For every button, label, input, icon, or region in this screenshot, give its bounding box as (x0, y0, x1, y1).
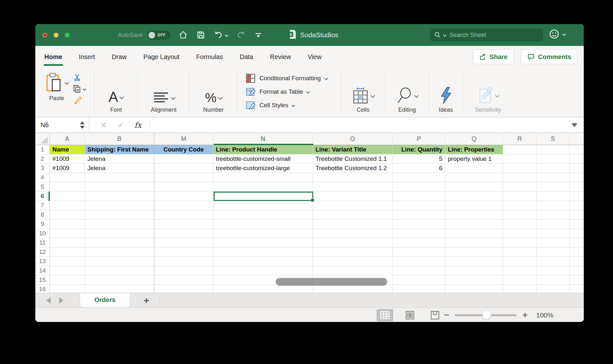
cell-N8[interactable] (213, 210, 313, 220)
cell-A14[interactable] (50, 266, 85, 275)
cell-B2[interactable]: Jelena (85, 154, 154, 164)
cell-N16[interactable] (213, 285, 313, 293)
page-break-preview-button[interactable] (427, 309, 443, 321)
cell-A3[interactable]: #1009 (50, 164, 85, 173)
cell-A5[interactable] (50, 182, 85, 192)
alignment-group[interactable]: Alignment (138, 68, 189, 117)
cell-B5[interactable] (85, 182, 154, 192)
minimize-button[interactable] (54, 33, 58, 38)
tab-page-layout[interactable]: Page Layout (143, 52, 180, 62)
row-header-1[interactable]: 1 (35, 145, 50, 154)
row-header-8[interactable]: 8 (35, 210, 50, 220)
row-header-4[interactable]: 4 (35, 173, 50, 182)
row-header-7[interactable]: 7 (35, 201, 50, 210)
cell-Q2[interactable]: property value 1 (445, 154, 503, 164)
cell-S1[interactable] (537, 145, 570, 154)
row-header-14[interactable]: 14 (35, 266, 50, 275)
cell-A16[interactable] (50, 285, 85, 293)
cell-B12[interactable] (85, 247, 154, 257)
cell-P10[interactable] (393, 229, 445, 238)
cell-O4[interactable] (313, 173, 393, 182)
row-header-13[interactable]: 13 (35, 257, 50, 266)
cell-M10[interactable] (154, 229, 213, 238)
cell-P6[interactable] (393, 192, 445, 201)
cell-P12[interactable] (393, 247, 445, 257)
cell-B7[interactable] (85, 201, 154, 210)
save-icon[interactable] (196, 30, 205, 39)
cell-O12[interactable] (313, 247, 393, 257)
confirm-entry-icon[interactable]: ✓ (118, 121, 124, 130)
share-button[interactable]: Share (473, 49, 514, 64)
cell-O5[interactable] (313, 182, 393, 192)
zoom-slider-thumb[interactable] (483, 311, 491, 319)
cell-R5[interactable] (503, 182, 537, 192)
cell-P1[interactable]: Line: Quantity (393, 145, 445, 154)
cell-R15[interactable] (503, 275, 537, 285)
undo-icon[interactable] (214, 30, 228, 39)
column-header-Q[interactable]: Q (445, 133, 503, 145)
cell-B11[interactable] (85, 238, 154, 247)
cell-Q3[interactable] (445, 164, 503, 173)
cell-S15[interactable] (537, 275, 570, 285)
cell-A10[interactable] (50, 229, 85, 238)
cell-O1[interactable]: Line: Variant Title (313, 145, 393, 154)
cell-Q15[interactable] (445, 275, 503, 285)
cell-R6[interactable] (503, 192, 537, 201)
copy-button[interactable] (73, 84, 86, 93)
cell-P16[interactable] (393, 285, 445, 293)
horizontal-scrollbar[interactable] (276, 278, 387, 286)
cell-B13[interactable] (85, 257, 154, 266)
ideas-group[interactable]: Ideas (429, 68, 463, 117)
sheet-tab-orders[interactable]: Orders (80, 293, 130, 308)
tab-data[interactable]: Data (239, 52, 254, 62)
cell-S14[interactable] (537, 266, 570, 275)
cell-B9[interactable] (85, 220, 154, 229)
cell-N5[interactable] (213, 182, 313, 192)
cell-N9[interactable] (213, 220, 313, 229)
cell-O16[interactable] (313, 285, 393, 293)
tab-home[interactable]: Home (44, 52, 63, 62)
cell-R1[interactable] (503, 145, 537, 154)
column-header-R[interactable]: R (503, 133, 537, 145)
cell-O14[interactable] (313, 266, 393, 275)
cell-B3[interactable]: Jelena (85, 164, 154, 173)
editing-group[interactable]: Editing (386, 68, 429, 117)
cell-N10[interactable] (213, 229, 313, 238)
normal-view-button[interactable] (377, 309, 393, 321)
cell-M1[interactable]: Country Code (154, 145, 213, 154)
cell-S5[interactable] (537, 182, 570, 192)
cell-N1[interactable]: Line: Product Handle (213, 145, 313, 154)
cell-M9[interactable] (154, 220, 213, 229)
cell-O9[interactable] (313, 220, 393, 229)
feedback-smiley-icon[interactable] (549, 29, 565, 39)
cell-P4[interactable] (393, 173, 445, 182)
cell-A7[interactable] (50, 201, 85, 210)
column-header-S[interactable]: S (537, 133, 570, 145)
formula-bar-expand-icon[interactable] (572, 123, 577, 127)
cell-S12[interactable] (537, 247, 570, 257)
cell-R2[interactable] (503, 154, 537, 164)
cell-P8[interactable] (393, 210, 445, 220)
cell-M4[interactable] (154, 173, 213, 182)
cell-R9[interactable] (503, 220, 537, 229)
cell-B1[interactable]: Shipping: First Name (85, 145, 154, 154)
cell-P7[interactable] (393, 201, 445, 210)
row-header-10[interactable]: 10 (35, 229, 50, 238)
tab-view[interactable]: View (307, 52, 322, 62)
row-header-16[interactable]: 16 (35, 285, 50, 293)
column-header-A[interactable]: A (50, 133, 85, 145)
cell-M8[interactable] (154, 210, 213, 220)
cell-P11[interactable] (393, 238, 445, 247)
column-header-P[interactable]: P (393, 133, 445, 145)
cell-Q10[interactable] (445, 229, 503, 238)
cell-O13[interactable] (313, 257, 393, 266)
cell-A13[interactable] (50, 257, 85, 266)
cut-button[interactable] (73, 73, 86, 82)
fill-handle[interactable] (311, 198, 314, 202)
cell-R11[interactable] (503, 238, 537, 247)
cell-N12[interactable] (213, 247, 313, 257)
cell-Q11[interactable] (445, 238, 503, 247)
cell-R16[interactable] (503, 285, 537, 293)
cell-Q4[interactable] (445, 173, 503, 182)
page-layout-view-button[interactable] (402, 309, 418, 321)
